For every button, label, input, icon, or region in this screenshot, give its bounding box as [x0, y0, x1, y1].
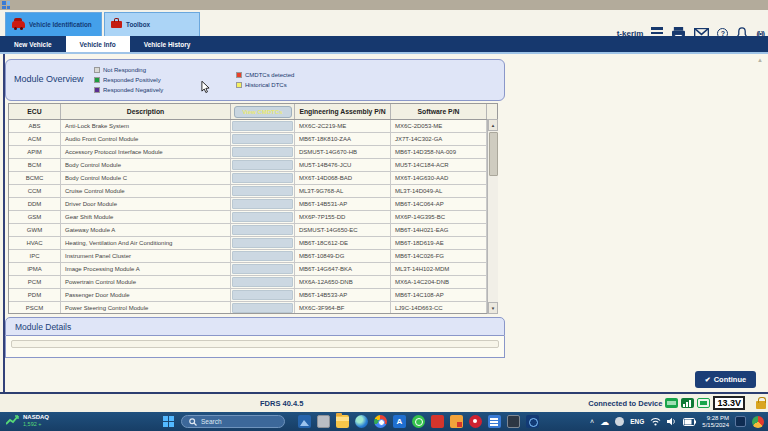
table-cell: Audio Front Control Module — [61, 133, 231, 145]
col-header-ecu[interactable]: ECU — [9, 104, 61, 119]
tab-toolbox[interactable]: Toolbox — [104, 12, 200, 36]
table-row[interactable]: DDMDriver Door ModuleMB6T-14B531-APMB6T-… — [9, 198, 497, 211]
app-dark-icon[interactable] — [507, 415, 520, 428]
folder-icon[interactable] — [336, 415, 349, 428]
table-row[interactable]: HVACHeating, Ventilation And Air Conditi… — [9, 237, 497, 250]
table-row[interactable]: GSMGear Shift ModuleMX6P-7P155-DDMX6P-14… — [9, 211, 497, 224]
col-header-sw-pn[interactable]: Software P/N — [391, 104, 487, 119]
notification-icon[interactable] — [735, 416, 746, 427]
start-button[interactable] — [163, 416, 174, 427]
legend-label: Responded Negatively — [103, 87, 163, 93]
table-row[interactable]: PSCMPower Steering Control ModuleMX6C-3F… — [9, 302, 497, 314]
table-cell: MX6A-14C204-DNB — [391, 276, 487, 288]
cmdtc-cell[interactable] — [231, 250, 295, 262]
cmdtc-cell[interactable] — [231, 159, 295, 171]
speaker-icon[interactable] — [667, 417, 677, 426]
chrome-icon[interactable] — [374, 415, 387, 428]
app-orange-icon[interactable] — [450, 415, 463, 428]
language-indicator[interactable]: ENG — [630, 418, 644, 425]
table-row[interactable]: ACMAudio Front Control ModuleMB6T-18K810… — [9, 133, 497, 146]
photos-icon[interactable] — [298, 415, 311, 428]
table-row[interactable]: GWMGateway Module ADSMUST-14G650-ECMB6T-… — [9, 224, 497, 237]
taskbar-widget[interactable]: NASDAQ 1,592 + — [6, 414, 49, 427]
table-row[interactable]: PCMPowertrain Control ModuleMX6A-12A650-… — [9, 276, 497, 289]
table-row[interactable]: APIMAccessory Protocol Interface ModuleD… — [9, 146, 497, 159]
stock-change: 1,592 + — [23, 421, 49, 427]
tray-app-icon[interactable] — [752, 416, 764, 428]
stock-name: NASDAQ — [23, 414, 49, 421]
tray-expand-icon[interactable]: ˄ — [590, 418, 594, 425]
cmdtc-cell[interactable] — [231, 133, 295, 145]
wifi-icon[interactable] — [650, 417, 661, 426]
legend-column-2: CMDTCs detectedHistorical DTCs — [236, 70, 294, 90]
table-cell: Anti-Lock Brake System — [61, 120, 231, 132]
cmdtc-cell[interactable] — [231, 276, 295, 288]
cmdtc-indicator — [232, 238, 293, 248]
table-cell: APIM — [9, 146, 61, 158]
app-red-dot-icon[interactable] — [469, 415, 482, 428]
cmdtc-cell[interactable] — [231, 120, 295, 132]
tab-vehicle-identification[interactable]: Vehicle Identification — [5, 12, 102, 36]
module-details-header[interactable]: Module Details — [5, 317, 505, 336]
cmdtc-cell[interactable] — [231, 198, 295, 210]
table-cell: MX6C-3F964-BF — [295, 302, 391, 314]
edge-icon[interactable] — [355, 415, 368, 428]
continue-label: Continue — [714, 375, 747, 384]
table-row[interactable]: ABSAnti-Lock Brake SystemMX6C-2C219-MEMX… — [9, 120, 497, 133]
cmdtc-cell[interactable] — [231, 224, 295, 236]
signal-status-icon — [681, 398, 694, 408]
connection-status: Connected to Device — [588, 399, 662, 408]
mouse-cursor — [201, 81, 210, 94]
col-header-description[interactable]: Description — [61, 104, 231, 119]
tray-user-icon[interactable] — [615, 417, 624, 426]
cmdtc-cell[interactable] — [231, 263, 295, 275]
device-status-icon — [697, 398, 710, 408]
app-blue-doc-icon[interactable] — [488, 415, 501, 428]
table-row[interactable]: BCMCBody Control Module CMX6T-14D068-BAD… — [9, 172, 497, 185]
clock[interactable]: 9:28 PM 5/15/2024 — [702, 415, 729, 429]
continue-button[interactable]: Continue — [695, 371, 756, 388]
table-row[interactable]: IPCInstrument Panel ClusterMB6T-10849-DG… — [9, 250, 497, 263]
scroll-down-icon[interactable]: ▼ — [488, 302, 498, 314]
whatsapp-icon[interactable] — [412, 415, 425, 428]
scrollbar-thumb[interactable] — [489, 132, 498, 176]
fdrs-icon[interactable] — [526, 415, 539, 428]
table-row[interactable]: BCMBody Control ModuleMU5T-14B476-JCUMU5… — [9, 159, 497, 172]
cmdtc-indicator — [232, 173, 293, 183]
table-row[interactable]: PDMPassenger Door ModuleMB6T-14B533-APMB… — [9, 289, 497, 302]
table-cell: IPC — [9, 250, 61, 262]
search-input[interactable]: Search — [181, 415, 285, 428]
table-row[interactable]: IPMAImage Processing Module AMB6T-14G647… — [9, 263, 497, 276]
cmdtc-cell[interactable] — [231, 172, 295, 184]
nav-new-vehicle[interactable]: New Vehicle — [0, 36, 66, 52]
cmdtc-cell[interactable] — [231, 211, 295, 223]
legend-label: Responded Positively — [103, 77, 161, 83]
cmdtc-cell[interactable] — [231, 237, 295, 249]
col-header-eng-pn[interactable]: Engineering Assembly P/N — [295, 104, 391, 119]
page-scroll-up-icon[interactable]: ▲ — [757, 57, 763, 63]
legend-swatch — [236, 82, 242, 88]
app-red-icon[interactable] — [431, 415, 444, 428]
onedrive-icon[interactable]: ☁ — [600, 417, 609, 427]
cmdtc-cell[interactable] — [231, 302, 295, 314]
window-mini-icon — [2, 1, 10, 9]
table-row[interactable]: CCMCruise Control ModuleML3T-9G768-ALML3… — [9, 185, 497, 198]
screenshot-icon[interactable] — [317, 415, 330, 428]
table-cell: ABS — [9, 120, 61, 132]
taskbar-app-icons: A — [298, 415, 539, 428]
scroll-up-icon[interactable]: ▲ — [488, 119, 498, 131]
module-table: ECU Description View CMDTCs Engineering … — [8, 103, 498, 314]
table-scrollbar[interactable]: ▲ ▼ — [487, 119, 498, 314]
table-cell: MB6T-14D358-NA-009 — [391, 146, 487, 158]
cmdtc-cell[interactable] — [231, 185, 295, 197]
nav-underline — [0, 52, 768, 54]
nav-vehicle-info[interactable]: Vehicle Info — [66, 36, 130, 52]
table-cell: MB6T-18D619-AE — [391, 237, 487, 249]
nav-vehicle-history[interactable]: Vehicle History — [130, 36, 205, 52]
view-cmdtcs-button[interactable]: View CMDTCs — [234, 106, 292, 118]
app-blue-a-icon[interactable]: A — [393, 415, 406, 428]
legend-swatch — [94, 77, 100, 83]
cmdtc-cell[interactable] — [231, 146, 295, 158]
battery-icon[interactable] — [683, 418, 696, 426]
cmdtc-cell[interactable] — [231, 289, 295, 301]
